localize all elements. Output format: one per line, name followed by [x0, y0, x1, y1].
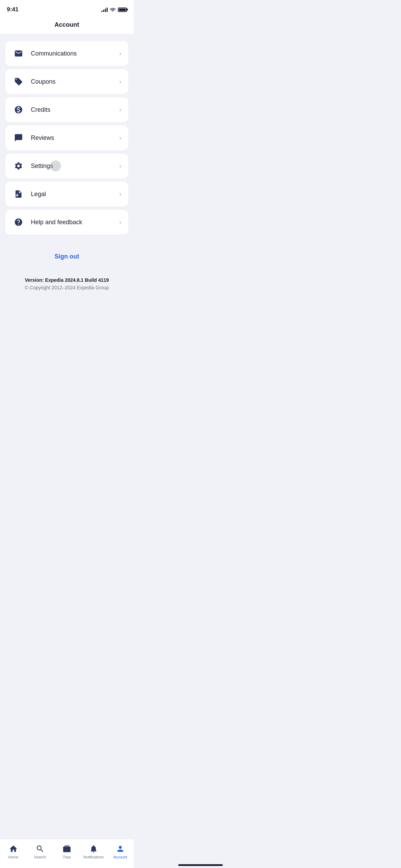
email-icon: [12, 47, 25, 60]
credits-chevron: ›: [119, 106, 121, 113]
menu-item-help[interactable]: Help and feedback ›: [5, 210, 128, 234]
menu-item-settings[interactable]: Settings ›: [5, 154, 128, 178]
version-text: Version: Expedia 2024.8.1 Build 4119: [5, 277, 128, 283]
communications-chevron: ›: [119, 50, 121, 57]
help-label: Help and feedback: [31, 219, 119, 226]
credits-label: Credits: [31, 106, 119, 113]
menu-item-credits[interactable]: Credits ›: [5, 97, 128, 122]
status-bar: 9:41: [0, 0, 134, 17]
status-icons: [101, 7, 127, 12]
settings-chevron: ›: [119, 162, 121, 170]
main-content: Communications › Coupons › Credits › Rev…: [0, 37, 134, 242]
settings-press-indicator: [50, 160, 61, 171]
scroll-hint: [0, 34, 134, 37]
legal-label: Legal: [31, 191, 119, 198]
version-section: Version: Expedia 2024.8.1 Build 4119 © C…: [0, 267, 134, 297]
status-time: 9:41: [7, 6, 19, 13]
copyright-text: © Copyright 2012–2024 Expedia Group: [5, 285, 128, 290]
menu-item-reviews[interactable]: Reviews ›: [5, 125, 128, 150]
page-header: Account: [0, 17, 134, 34]
battery-icon: [118, 8, 127, 12]
gear-icon: [12, 160, 25, 172]
reviews-chevron: ›: [119, 134, 121, 142]
menu-item-legal[interactable]: Legal ›: [5, 182, 128, 206]
question-circle-icon: [12, 216, 25, 228]
reviews-label: Reviews: [31, 134, 119, 142]
help-chevron: ›: [119, 219, 121, 226]
dollar-circle-icon: [12, 104, 25, 116]
tag-icon: [12, 75, 25, 88]
sign-out-button[interactable]: Sign out: [48, 250, 86, 263]
communications-label: Communications: [31, 50, 119, 57]
signal-icon: [101, 7, 108, 12]
wifi-icon: [110, 7, 116, 12]
menu-item-coupons[interactable]: Coupons ›: [5, 69, 128, 94]
menu-item-communications[interactable]: Communications ›: [5, 41, 128, 66]
page-title: Account: [54, 21, 79, 28]
settings-label: Settings: [31, 162, 119, 170]
chat-icon: [12, 132, 25, 144]
legal-chevron: ›: [119, 191, 121, 198]
coupons-chevron: ›: [119, 78, 121, 85]
document-icon: [12, 188, 25, 200]
sign-out-section: Sign out: [0, 242, 134, 267]
coupons-label: Coupons: [31, 78, 119, 85]
